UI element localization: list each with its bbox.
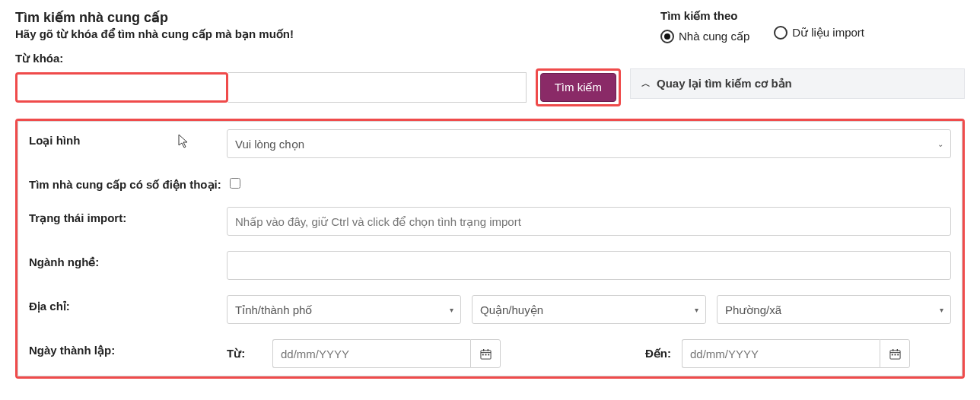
- industry-label: Ngành nghề:: [29, 251, 227, 269]
- svg-rect-13: [897, 354, 899, 355]
- keyword-label: Từ khóa:: [15, 52, 645, 65]
- date-to-input[interactable]: [682, 339, 880, 368]
- radio-supplier[interactable]: Nhà cung cấp: [660, 30, 749, 43]
- has-phone-checkbox[interactable]: [230, 178, 240, 189]
- ward-select[interactable]: Phường/xã: [717, 295, 951, 324]
- radio-icon: [660, 30, 674, 43]
- calendar-icon: [889, 348, 901, 360]
- toggle-basic-search[interactable]: ︿ Quay lại tìm kiếm cơ bản: [630, 68, 965, 99]
- date-to-picker-button[interactable]: [880, 339, 910, 368]
- industry-input[interactable]: [227, 251, 951, 280]
- svg-rect-11: [891, 354, 892, 355]
- highlight-box: [15, 72, 228, 103]
- date-from-picker-button[interactable]: [470, 339, 501, 368]
- calendar-icon: [480, 348, 492, 360]
- radio-icon: [774, 26, 788, 40]
- import-status-input[interactable]: [227, 207, 951, 236]
- radio-supplier-label: Nhà cung cấp: [679, 30, 749, 43]
- type-select[interactable]: Vui lòng chọn: [227, 129, 951, 158]
- province-select[interactable]: Tỉnh/thành phố: [227, 295, 461, 324]
- date-from-label: Từ:: [227, 347, 262, 360]
- svg-rect-6: [488, 354, 489, 355]
- keyword-input[interactable]: [228, 72, 527, 103]
- page-subtitle: Hãy gõ từ khóa để tìm nhà cung cấp mà bạ…: [15, 27, 645, 41]
- highlight-box: Tìm kiếm: [536, 68, 621, 106]
- highlight-box: Loại hình Vui lòng chọn ⌄ Tìm nhà cung c…: [15, 119, 965, 379]
- chevron-up-icon: ︿: [641, 79, 651, 88]
- search-button[interactable]: Tìm kiếm: [540, 73, 616, 102]
- import-status-label: Trạng thái import:: [29, 207, 227, 225]
- svg-rect-5: [485, 354, 486, 355]
- toggle-basic-label: Quay lại tìm kiếm cơ bản: [657, 77, 792, 90]
- svg-rect-12: [894, 354, 896, 355]
- date-from-input[interactable]: [272, 339, 470, 368]
- date-to-label: Đến:: [625, 347, 671, 360]
- has-phone-label: Tìm nhà cung cấp có số điện thoại:: [29, 173, 227, 192]
- established-label: Ngày thành lập:: [29, 339, 227, 357]
- search-by-label: Tìm kiếm theo: [660, 9, 965, 23]
- type-label: Loại hình: [29, 129, 227, 148]
- radio-import-data-label: Dữ liệu import: [792, 26, 864, 40]
- radio-import-data[interactable]: Dữ liệu import: [774, 26, 864, 40]
- district-select[interactable]: Quận/huyện: [472, 295, 706, 324]
- svg-rect-4: [482, 354, 483, 355]
- address-label: Địa chỉ:: [29, 295, 227, 313]
- page-title: Tìm kiếm nhà cung cấp: [15, 9, 645, 26]
